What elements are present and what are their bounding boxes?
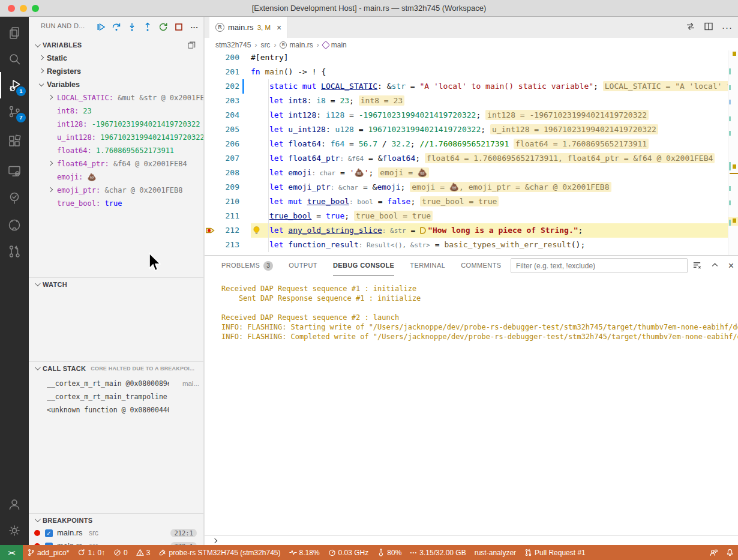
code-line-206[interactable]: 206let float64: f64 = 56.7 / 32.2; //1.7… — [205, 137, 728, 151]
stack-frame[interactable]: <unknown function @ 0x08000440> @0x08000 — [29, 403, 204, 417]
panel-tab-comments[interactable]: COMMENTS — [461, 256, 501, 275]
code-line-211[interactable]: 211true_bool = true; true_bool = true — [205, 209, 728, 223]
activity-item-pull-requests[interactable] — [0, 238, 29, 265]
step-over-button[interactable] — [110, 22, 122, 32]
variable-row-emoji_ptr[interactable]: emoji_ptr: &char @ 0x2001FEB8 — [29, 184, 204, 197]
more-actions-icon[interactable]: ··· — [722, 22, 733, 32]
filter-input[interactable] — [511, 258, 688, 273]
activity-item-test-explorer[interactable] — [0, 185, 29, 211]
code-line-201[interactable]: 201fn main() -> ! { — [205, 65, 728, 79]
variables-section-header[interactable]: VARIABLES — [29, 38, 204, 52]
code-line-208[interactable]: 208let emoji: char = '💩'; emoji = 💩 — [205, 166, 728, 180]
code-line-210[interactable]: 210let mut true_bool: bool = false; true… — [205, 194, 728, 209]
status-item-0[interactable]: 0 — [109, 545, 132, 560]
breadcrumb-item-main[interactable]: main — [323, 41, 347, 49]
open-changes-icon[interactable] — [686, 22, 695, 33]
variable-row-float64[interactable]: float64: 1.7608695652173911 — [29, 144, 204, 157]
status-item-8-18-[interactable]: 8.18% — [285, 545, 324, 560]
token: static — [269, 82, 298, 91]
status-item-bell[interactable] — [722, 545, 738, 560]
variable-text: true_bool: true — [57, 197, 122, 210]
restart-button[interactable] — [157, 22, 169, 32]
call-stack-section-header[interactable]: CALL STACK CORE HALTED DUE TO A BREAKPOI… — [29, 361, 204, 375]
status-item-rust-analyzer[interactable]: rust-analyzer — [470, 545, 520, 560]
status-item-1-0-[interactable]: 1↓ 0↑ — [73, 545, 109, 560]
continue-button[interactable] — [95, 22, 107, 32]
variable-row-u_int128[interactable]: u_int128: 196710231994021419720322 — [29, 131, 204, 144]
stack-frame[interactable]: __cortex_m_rt_main_trampoline @0x0800081 — [29, 390, 204, 403]
code-line-213[interactable]: 213let function_result: Result<(), &str>… — [205, 238, 728, 252]
step-out-button[interactable] — [142, 22, 154, 32]
breadcrumb-item-src[interactable]: src — [260, 41, 270, 49]
copy-icon[interactable] — [187, 41, 196, 49]
status-item-80-[interactable]: 80% — [373, 545, 406, 560]
status-item-probe-rs-stm32h745-stm32h745[interactable]: probe-rs STM32H745 (stm32h745) — [154, 545, 284, 560]
editor-tab-main-rs[interactable]: R main.rs 3, M × — [209, 17, 288, 38]
variable-row-emoji[interactable]: emoji: 💩 — [29, 170, 204, 184]
variable-row-float64_ptr[interactable]: float64_ptr: &f64 @ 0x2001FEB4 — [29, 157, 204, 170]
code-editor[interactable]: 200#[entry]201fn main() -> ! {202static … — [205, 50, 728, 255]
status-item-3[interactable]: 3 — [132, 545, 155, 560]
variable-row-true_bool[interactable]: true_bool: true — [29, 197, 204, 210]
debug-console-input[interactable] — [205, 535, 738, 545]
variable-row-int8[interactable]: int8: 23 — [29, 104, 204, 118]
panel-tab-terminal[interactable]: TERMINAL — [410, 256, 445, 275]
variable-value: 23 — [83, 107, 91, 115]
variable-row-LOCAL_STATIC[interactable]: LOCAL_STATIC: &mut &str @ 0x2001FE78 — [29, 91, 204, 104]
activity-item-remote-explorer[interactable] — [0, 158, 29, 184]
breadcrumb-item-stm32h745[interactable]: stm32h745 — [215, 41, 251, 49]
panel-tab-problems[interactable]: PROBLEMS3 — [221, 256, 273, 275]
filter-results-icon[interactable] — [692, 260, 701, 271]
code-line-200[interactable]: 200#[entry] — [205, 50, 728, 65]
watch-header-label: WATCH — [43, 281, 67, 288]
minimap[interactable] — [728, 50, 738, 255]
token: ; — [349, 96, 359, 105]
code-line-205[interactable]: 205let u_int128: u128 = 1967102319940214… — [205, 122, 728, 137]
panel-tab-debug-console[interactable]: DEBUG CONSOLE — [333, 256, 394, 275]
variables-group-variables[interactable]: Variables — [29, 78, 204, 91]
breakpoint-checkbox[interactable]: ✓ — [45, 529, 53, 537]
status-item-add-pico-[interactable]: add_pico* — [23, 545, 73, 560]
breakpoint-file: main.rs — [57, 540, 83, 545]
close-panel-icon[interactable]: × — [728, 260, 734, 271]
breadcrumb-item-main-rs[interactable]: Rmain.rs — [280, 41, 313, 49]
watch-section-header[interactable]: WATCH — [29, 277, 204, 291]
status-item-feedback[interactable] — [706, 545, 722, 560]
activity-item-run-and-debug[interactable]: 1 — [0, 72, 29, 98]
activity-item-account[interactable] — [0, 491, 29, 517]
breakpoint-row[interactable]: ✓main.rssrc270:1 — [29, 540, 204, 545]
activity-item-settings[interactable] — [0, 517, 29, 544]
panel-tab-output[interactable]: OUTPUT — [289, 256, 317, 275]
code-line-204[interactable]: 204let int128: i128 = -19671023199402141… — [205, 108, 728, 122]
code-line-212[interactable]: 212let any_old_string_slice: &str = "How… — [205, 223, 728, 238]
activity-item-source-control[interactable]: 7 — [0, 98, 29, 125]
activity-item-search[interactable] — [0, 46, 29, 72]
step-into-button[interactable] — [126, 22, 138, 32]
token: "How long is a piece of String." — [428, 226, 578, 235]
activity-item-explorer[interactable] — [0, 20, 29, 46]
stop-button[interactable] — [173, 22, 185, 32]
stack-frame[interactable]: __cortex_m_rt_main @0x0800089emai... — [29, 377, 204, 390]
status-item-0-03-ghz[interactable]: 0.03 GHz — [324, 545, 373, 560]
tab-close-icon[interactable]: × — [277, 23, 281, 32]
breakpoint-row[interactable]: ✓main.rssrc212:1 — [29, 526, 204, 540]
status-item-3-15-32-00-gb[interactable]: ···3.15/32.00 GB — [406, 545, 470, 560]
activity-item-github[interactable] — [0, 212, 29, 238]
call-stack-header-label: CALL STACK — [43, 365, 86, 372]
variable-row-int128[interactable]: int128: -196710231994021419720322 — [29, 118, 204, 131]
status-item-pull-request-1[interactable]: Pull Request #1 — [520, 545, 590, 560]
token: let — [269, 110, 283, 119]
code-line-203[interactable]: 203let int8: i8 = 23; int8 = 23 — [205, 94, 728, 108]
more-actions-icon[interactable]: ··· — [188, 22, 200, 32]
activity-item-extensions[interactable] — [0, 128, 29, 154]
maximize-panel-icon[interactable] — [710, 260, 719, 271]
code-line-202[interactable]: 202static mut LOCAL_STATIC: &str = "A 'l… — [205, 79, 728, 94]
code-line-209[interactable]: 209let emoji_ptr: &char = &emoji; emoji … — [205, 180, 728, 194]
variables-group-static[interactable]: Static — [29, 52, 204, 65]
debug-console-output[interactable]: Received DAP Request sequence #1 : initi… — [205, 275, 738, 535]
variables-group-registers[interactable]: Registers — [29, 65, 204, 78]
code-line-207[interactable]: 207let float64_ptr: &f64 = &float64; flo… — [205, 151, 728, 166]
split-editor-icon[interactable] — [704, 22, 713, 33]
remote-indicator[interactable]: >< — [0, 545, 23, 560]
breakpoints-section-header[interactable]: BREAKPOINTS — [29, 513, 204, 526]
